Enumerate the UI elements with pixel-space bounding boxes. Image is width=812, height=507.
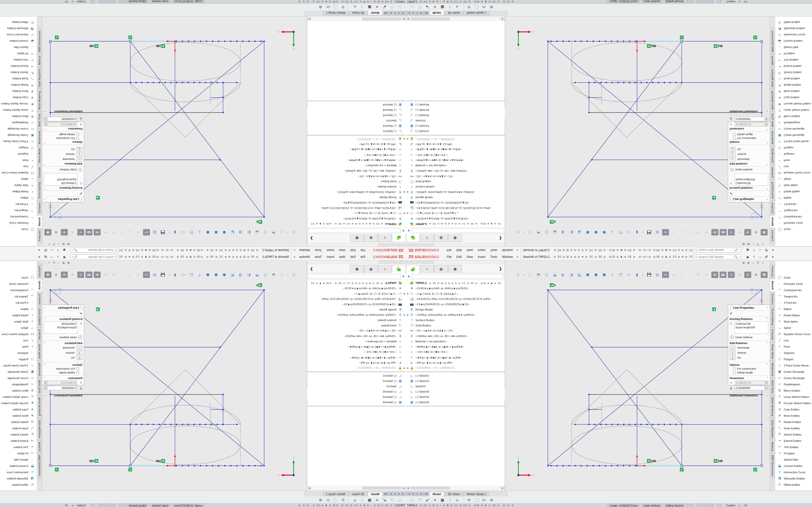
spinner[interactable]: ▲▼ <box>44 117 47 121</box>
palette-tool[interactable]: ↪ Fit Spline <box>775 450 812 457</box>
palette-tool[interactable]: ⎗ Offset Entities <box>775 482 812 488</box>
bottom-tool-icon[interactable]: 🗇 <box>417 497 423 503</box>
scroll-left-button[interactable]: ◀ <box>406 486 410 490</box>
menu-item[interactable]: File <box>444 247 454 254</box>
command-tab[interactable]: Mold Tools <box>770 112 775 129</box>
sketch-row[interactable]: ▦ (-) Sketch2 <box>406 123 505 129</box>
tab-nav-button[interactable]: ❘◀ <box>406 11 410 15</box>
search-dropdown-icon[interactable]: ▾ <box>739 249 741 251</box>
palette-tool[interactable]: ◞ Sketch Fillet <box>775 44 812 50</box>
tree-row[interactable]: ◓ Surface Bodies <box>406 184 505 189</box>
palette-tool[interactable]: ◇ 3 Point Center Recta... <box>775 362 812 369</box>
expand-arrow[interactable]: ▶ <box>406 314 409 316</box>
command-tab[interactable]: Surfaces <box>770 292 775 306</box>
palette-tool[interactable]: ⬡ Polygon <box>775 145 812 151</box>
menu-item[interactable]: Tools <box>488 247 500 254</box>
spinner[interactable]: ▲▼ <box>765 122 768 126</box>
relation-button-row[interactable]: —Horizontal <box>44 345 83 350</box>
bottom-tool-icon[interactable]: 🖌 <box>424 4 430 10</box>
option-row[interactable]: For construction <box>733 137 768 140</box>
tag-icon[interactable]: 🏷 <box>65 0 68 3</box>
command-tab[interactable]: Evaluate <box>37 327 42 342</box>
option-row[interactable]: Infinite length <box>733 133 768 136</box>
palette-tool[interactable]: ⬓ Convert Entities <box>0 38 37 44</box>
palette-tool[interactable]: ⧇ Copy Entities <box>0 406 37 412</box>
mini-toolbar-button[interactable] <box>429 261 434 264</box>
palette-tool[interactable]: ⧉ Mirror Entities <box>0 388 37 394</box>
palette-tool[interactable]: ⇥ Extend Entities <box>775 438 812 444</box>
command-tab[interactable]: Evaluate <box>770 327 775 342</box>
window-button[interactable]: ◉ <box>745 255 751 259</box>
menu-item[interactable]: File <box>358 247 367 254</box>
search-input[interactable] <box>79 256 113 258</box>
menu-item[interactable]: Insert <box>324 253 337 261</box>
palette-tool[interactable]: ⌢ 3 Point Arc <box>0 300 37 306</box>
collapse-icon[interactable]: ⌃ <box>44 141 46 144</box>
document-tab[interactable]: Motion Study 1 <box>463 492 489 496</box>
palette-tool[interactable]: ⤡ Scale Entities <box>775 75 812 82</box>
tree-row[interactable]: 👓 ○2S⸳∩✻♟Am○◎○mA♟✻∩⸳2S○ <box>406 174 505 179</box>
mini-toolbar-button[interactable] <box>406 243 411 246</box>
status-custom[interactable]: Custom <box>77 0 86 3</box>
tree-row[interactable]: ▶ 🔒 ○2SЗЕИNA∩⸳○◎○⸳∩AИNЗЕ2S○ <box>307 136 406 142</box>
tree-row[interactable]: Σ ○2SИN◎◦✥A∩ᵖЗЕ○◎○ЗЕᵖ∩A✥◦◎ИN2S○ <box>406 333 505 339</box>
palette-tool[interactable]: ◇ 3 Point Center Recta... <box>0 362 37 369</box>
additional-parameters-section[interactable]: Additional Parameters⌄ <box>42 109 84 114</box>
palette-tool[interactable]: ⠿ Linear Sketch Pattern <box>0 394 37 400</box>
search-dropdown-icon[interactable]: ▾ <box>71 256 73 258</box>
bottom-tool-icon[interactable]: 🕒 <box>332 4 339 10</box>
pm-help-icon[interactable]: ◔ <box>44 306 45 309</box>
palette-tool[interactable]: ◇ 3 Point Center Recta... <box>775 138 812 145</box>
palette-tool[interactable]: 〜 Spline <box>0 176 37 182</box>
sketch-row[interactable]: ▦ (-) Sketch6 <box>406 400 505 405</box>
tree-filter-input[interactable] <box>411 228 504 233</box>
palette-tool[interactable]: ▱ Parallelogram <box>0 381 37 388</box>
tree-row[interactable]: ★ ○2SЗЕ✣◎♟◎ɅAΦ○◎○ΦAɅ◎♟◎✣ЗЕ2S○ <box>406 216 505 221</box>
palette-tool[interactable]: ⩌ Intersection Curve <box>775 469 812 475</box>
spinner[interactable]: ▲▼ <box>44 122 47 126</box>
palette-tool[interactable]: ⸬ Segment <box>0 151 37 157</box>
featuremanager-tab[interactable]: ☸ <box>350 265 364 273</box>
pm-ok-button[interactable]: ✔ <box>728 191 770 196</box>
bottom-tool-icon[interactable]: ⇅ <box>447 4 453 10</box>
tree-row[interactable]: ▱ ○⸳◎✥○✼◉[○◎○]◉✼○✥◎⸳○ <box>406 349 505 355</box>
relation-button-icon[interactable]: ⚓ <box>77 147 83 151</box>
sketch-row[interactable]: ◺ (-) Sketch4 <box>307 394 406 400</box>
relation-button-row[interactable]: ⚓Fix <box>729 356 768 360</box>
command-tab[interactable]: MBD Dimensions <box>770 29 775 54</box>
tab-nav-button[interactable]: ▶❘ <box>420 11 424 15</box>
command-tab[interactable]: Sketch <box>770 279 775 292</box>
tree-root-row[interactable]: 🧩 TЯPDL2. ◎ ЗЕ ◎ Ш ◎ ◎ ◎ ✣ ◎ ƆϹ ◎ ЗЕ ◎ ٠… <box>406 280 505 286</box>
featuremanager-tab[interactable]: ⊕ <box>434 234 448 242</box>
menu-item[interactable]: Edit <box>348 247 358 254</box>
tree-row[interactable]: 🗎 Design Binder <box>406 307 505 312</box>
palette-tool[interactable]: ✥ Circular Sketch Pattern <box>0 101 37 107</box>
bottom-tool-icon[interactable] <box>348 4 348 10</box>
parameter-input[interactable]: 10.88152731 <box>47 381 77 385</box>
collapse-icon[interactable]: ⌃ <box>44 318 46 320</box>
parameter-input[interactable]: 10.88152731 <box>47 122 77 126</box>
window-button[interactable]: ◉ <box>61 248 67 252</box>
sketch-row[interactable]: ▦ (-) Sketch6 <box>307 400 406 405</box>
palette-tool[interactable]: ⟲ Rotate Entities <box>775 419 812 425</box>
tree-row[interactable]: ⊾ ○ИN◦ƍ℮◦♟◎○◎○◎♟◦℮ƍ◦ИN○ <box>406 142 505 147</box>
tag-icon[interactable]: 🏷 <box>744 504 747 507</box>
tree-row[interactable]: 👓 ○2S⸳∩✻♟Am○◎○mA♟✻∩⸳2S○ <box>406 328 505 333</box>
tree-row[interactable]: ◓ Surface Bodies <box>406 318 505 323</box>
palette-tool[interactable]: 〜 Spline <box>775 176 812 182</box>
pm-help-icon[interactable]: ◔ <box>767 198 768 201</box>
featuremanager-tab[interactable]: 🧩 <box>406 234 420 242</box>
palette-tool[interactable]: ◞ Sketch Fillet <box>0 44 37 50</box>
command-tab[interactable]: Features <box>770 228 775 243</box>
tree-row[interactable]: ▶ 🔒 ○2SЗЕИNA∩⸳○◎○⸳∩AИNЗЕ2S○ <box>406 136 505 142</box>
collapse-icon[interactable]: ⌃ <box>766 363 768 366</box>
tree-filter-input[interactable] <box>308 228 401 233</box>
tree-row[interactable]: 📊 ○2S✣ЗЕ2S○ИN◎◦✣ƆϹЗЕUЗЕ2S○◎○2SЗЕUЗЕƆϹ✣◦◎… <box>406 206 505 211</box>
tree-row[interactable]: ▶ Ⓐ ○2SИN◎◦✣A✣◎ИNA○◎○AИN◎✣A✣◦◎ИN2S○ <box>406 189 505 195</box>
bottom-tool-icon[interactable]: ⚙ <box>466 4 472 10</box>
checkbox[interactable] <box>77 371 79 374</box>
palette-tool[interactable]: ⬔ Silhouette Entities <box>775 25 812 32</box>
tab-nav-button[interactable]: ▶▶ <box>383 11 388 15</box>
relation-item[interactable]: Equal length109 <box>735 178 767 181</box>
search-input[interactable] <box>699 256 733 258</box>
